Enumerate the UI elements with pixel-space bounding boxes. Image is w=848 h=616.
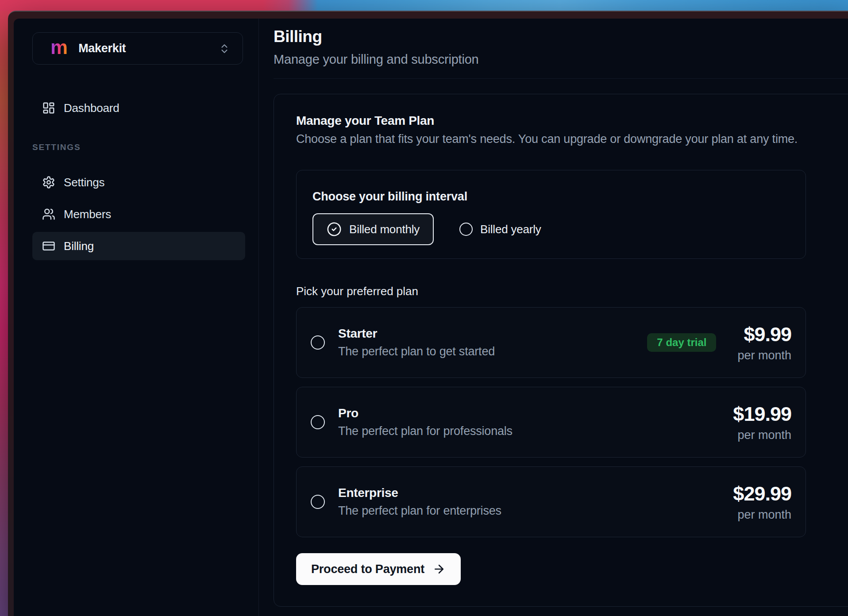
trial-badge: 7 day trial — [647, 333, 716, 352]
sidebar-item-label: Settings — [64, 176, 104, 189]
plan-info: Starter The perfect plan to get started — [338, 327, 495, 358]
desktop-wallpaper-top — [0, 0, 848, 11]
sidebar-item-label: Dashboard — [64, 101, 119, 115]
workspace-name: Makerkit — [78, 42, 126, 55]
team-plan-title: Manage your Team Plan — [296, 114, 848, 128]
plan-period: per month — [733, 508, 791, 522]
sidebar-item-members[interactable]: Members — [32, 200, 245, 228]
page-title: Billing — [274, 27, 848, 46]
billed-yearly-option[interactable]: Billed yearly — [459, 223, 541, 236]
app-window: m Makerkit Dashboard SETTINGS — [8, 11, 848, 616]
plan-description: The perfect plan to get started — [338, 345, 495, 358]
users-icon — [42, 208, 55, 221]
plan-pricing: $19.99 per month — [733, 403, 791, 442]
plan-name: Starter — [338, 327, 495, 341]
billed-yearly-label: Billed yearly — [480, 223, 541, 236]
plan-description: The perfect plan for enterprises — [338, 504, 501, 518]
billed-monthly-label: Billed monthly — [349, 223, 420, 236]
sidebar-item-label: Members — [64, 208, 111, 221]
header-divider — [274, 78, 848, 79]
app-content: m Makerkit Dashboard SETTINGS — [14, 19, 848, 616]
makerkit-logo: m — [50, 38, 68, 57]
team-plan-card: Manage your Team Plan Choose a plan that… — [274, 94, 848, 607]
gear-icon — [42, 176, 55, 189]
pick-plan-label: Pick your preferred plan — [296, 285, 848, 298]
sidebar-item-label: Billing — [64, 239, 94, 253]
plan-option-starter[interactable]: Starter The perfect plan to get started … — [296, 307, 806, 378]
credit-card-icon — [42, 239, 55, 253]
page-subtitle: Manage your billing and subscription — [274, 52, 848, 67]
sidebar-section-settings: SETTINGS — [32, 142, 245, 152]
main-content: Billing Manage your billing and subscrip… — [259, 19, 848, 616]
plan-name: Enterprise — [338, 486, 501, 500]
plan-option-enterprise[interactable]: Enterprise The perfect plan for enterpri… — [296, 466, 806, 537]
radio-circle-icon — [459, 223, 473, 236]
enterprise-radio[interactable] — [311, 495, 325, 509]
proceed-button-label: Proceed to Payment — [311, 562, 424, 576]
plan-price: $29.99 — [733, 482, 791, 505]
plan-pricing: $29.99 per month — [733, 482, 791, 522]
plan-price: $19.99 — [733, 403, 791, 426]
pro-radio[interactable] — [311, 415, 325, 429]
plan-option-pro[interactable]: Pro The perfect plan for professionals $… — [296, 387, 806, 458]
workspace-selector[interactable]: m Makerkit — [32, 32, 243, 65]
check-circle-icon — [327, 222, 342, 237]
chevrons-up-down-icon — [219, 43, 230, 54]
arrow-right-icon — [432, 562, 446, 576]
billing-interval-label: Choose your billing interval — [312, 190, 790, 204]
plan-list: Starter The perfect plan to get started … — [296, 307, 848, 537]
plan-pricing: 7 day trial $9.99 per month — [647, 323, 791, 362]
billed-monthly-option[interactable]: Billed monthly — [312, 213, 434, 245]
plan-description: The perfect plan for professionals — [338, 424, 513, 438]
team-plan-description: Choose a plan that fits your team's need… — [296, 132, 848, 146]
billing-interval-box: Choose your billing interval Billed mont… — [296, 170, 806, 259]
plan-period: per month — [733, 428, 791, 442]
proceed-to-payment-button[interactable]: Proceed to Payment — [296, 553, 461, 585]
sidebar-item-settings[interactable]: Settings — [32, 168, 245, 196]
billing-interval-options: Billed monthly Billed yearly — [312, 213, 790, 245]
plan-period: per month — [737, 349, 791, 362]
dashboard-icon — [42, 101, 55, 115]
plan-info: Pro The perfect plan for professionals — [338, 406, 513, 438]
plan-price: $9.99 — [737, 323, 791, 346]
sidebar-nav: Dashboard SETTINGS Settings Members — [32, 94, 245, 260]
plan-name: Pro — [338, 406, 513, 420]
sidebar-item-dashboard[interactable]: Dashboard — [32, 94, 245, 122]
plan-info: Enterprise The perfect plan for enterpri… — [338, 486, 501, 518]
sidebar-item-billing[interactable]: Billing — [32, 232, 245, 260]
sidebar: m Makerkit Dashboard SETTINGS — [14, 19, 259, 616]
starter-radio[interactable] — [311, 335, 325, 350]
